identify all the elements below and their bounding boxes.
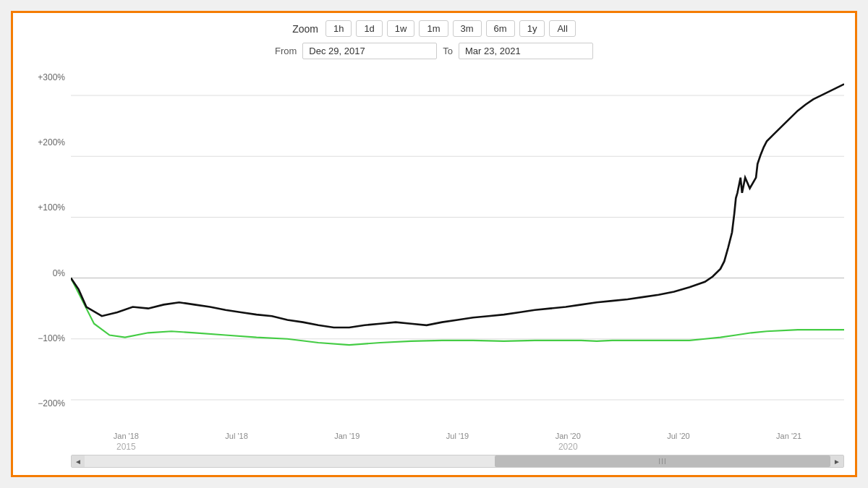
- main-container: Zoom 1h 1d 1w 1m 3m 6m 1y All From To +3…: [11, 11, 857, 477]
- chart-container: +300% +200% +100% 0% −100% −200%: [24, 65, 844, 430]
- zoom-1w-button[interactable]: 1w: [387, 20, 415, 37]
- x-label-jan21: Jan '21: [733, 432, 844, 440]
- secondary-x-2020: 2020: [513, 442, 624, 452]
- from-label: From: [275, 46, 297, 56]
- secondary-x-axis: 2015 2020: [71, 442, 844, 452]
- y-label-200: +200%: [24, 137, 71, 147]
- to-label: To: [443, 46, 453, 56]
- chart-inner: [71, 65, 844, 430]
- scrollbar-track: III: [85, 455, 830, 467]
- scrollbar-grip: III: [658, 458, 666, 466]
- chart-area: +300% +200% +100% 0% −100% −200%: [24, 65, 844, 468]
- secondary-x-2015: 2015: [71, 442, 182, 452]
- x-label-jan20: Jan '20: [513, 432, 624, 440]
- x-axis: Jan '18 Jul '18 Jan '19 Jul '19 Jan '20 …: [71, 432, 844, 440]
- secondary-x-empty4: [624, 442, 734, 452]
- zoom-6m-button[interactable]: 6m: [486, 20, 515, 37]
- y-label-100: +100%: [24, 202, 71, 213]
- scrollbar[interactable]: ◄ III ►: [71, 455, 844, 468]
- secondary-x-empty5: [733, 442, 844, 452]
- x-label-jul19: Jul '19: [402, 432, 513, 440]
- y-label-neg100: −100%: [24, 333, 71, 343]
- zoom-all-button[interactable]: All: [549, 20, 575, 37]
- y-axis: +300% +200% +100% 0% −100% −200%: [24, 65, 71, 430]
- scrollbar-thumb[interactable]: III: [495, 455, 830, 467]
- scrollbar-right-button[interactable]: ►: [830, 455, 843, 467]
- zoom-1h-button[interactable]: 1h: [326, 20, 352, 37]
- from-date-input[interactable]: [302, 43, 437, 59]
- toolbar: Zoom 1h 1d 1w 1m 3m 6m 1y All From To: [24, 20, 844, 59]
- x-label-jul18: Jul '18: [182, 432, 292, 440]
- zoom-1m-button[interactable]: 1m: [419, 20, 448, 37]
- secondary-x-empty3: [402, 442, 513, 452]
- y-label-neg200: −200%: [24, 398, 71, 408]
- secondary-x-empty2: [292, 442, 402, 452]
- x-label-jan19: Jan '19: [292, 432, 402, 440]
- x-label-jul20: Jul '20: [624, 432, 734, 440]
- to-date-input[interactable]: [459, 43, 593, 59]
- zoom-1y-button[interactable]: 1y: [519, 20, 545, 37]
- secondary-x-empty1: [182, 442, 292, 452]
- x-label-jan18: Jan '18: [71, 432, 182, 440]
- y-label-300: +300%: [24, 72, 71, 82]
- scrollbar-left-button[interactable]: ◄: [72, 455, 85, 467]
- zoom-row: Zoom 1h 1d 1w 1m 3m 6m 1y All: [292, 20, 576, 37]
- zoom-label: Zoom: [292, 23, 318, 35]
- date-row: From To: [275, 43, 593, 59]
- chart-svg: [71, 65, 844, 430]
- y-label-0: 0%: [24, 268, 71, 278]
- zoom-1d-button[interactable]: 1d: [356, 20, 382, 37]
- zoom-3m-button[interactable]: 3m: [453, 20, 482, 37]
